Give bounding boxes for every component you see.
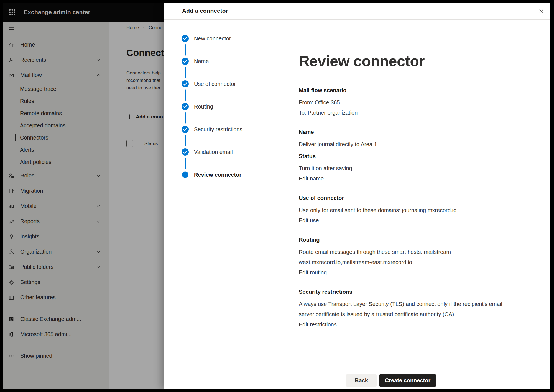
close-icon [538,8,545,14]
step-name[interactable]: Name [181,57,209,65]
create-connector-button[interactable]: Create connector [379,374,436,387]
review-section-use-of-connector: Use of connector [299,193,518,203]
review-section-status: Status [299,151,518,161]
step-check-icon [181,35,189,42]
edit-routing-link[interactable]: Edit routing [299,267,518,278]
step-check-icon [181,80,189,88]
review-section-routing: Routing [299,235,518,245]
step-label: Use of connector [194,81,236,87]
review-section-name: Name [299,127,518,137]
review-section-mail-flow-scenario: Mail flow scenario [299,85,518,96]
review-content: Review connector Mail flow scenarioFrom:… [280,19,550,368]
edit-name-link[interactable]: Edit name [299,174,518,184]
step-check-icon [181,148,189,156]
step-current-dot-icon [181,171,189,179]
add-connector-panel: Add a connector New connectorNameUse of … [164,3,550,389]
edit-restrictions-link[interactable]: Edit restrictions [299,319,518,330]
step-connector-line [185,89,186,101]
step-label: Routing [194,104,213,110]
back-button[interactable]: Back [346,374,377,387]
step-label: Name [194,58,209,65]
review-text: Deliver journal directly to Area 1 [299,139,518,149]
review-text: Always use Transport Layer Security (TLS… [299,299,518,319]
step-review-connector[interactable]: Review connector [181,171,241,179]
review-text: Turn it on after saving [299,163,518,174]
step-connector-line [185,158,186,169]
review-heading: Review connector [299,52,518,70]
review-text: Use only for email sent to these domains… [299,205,518,215]
step-label: Security restrictions [194,126,242,133]
step-connector-line [185,67,186,78]
panel-title: Add a connector [182,7,228,14]
review-text: To: Partner organization [299,108,518,118]
step-connector-line [185,112,186,124]
step-use-of-connector[interactable]: Use of connector [181,80,236,88]
review-text: Route email messages through these smart… [299,247,518,267]
panel-header: Add a connector [164,3,550,20]
step-check-icon [181,103,189,110]
step-connector-line [185,135,186,146]
step-new-connector[interactable]: New connector [181,35,231,42]
close-button[interactable] [535,5,547,17]
step-validation-email[interactable]: Validation email [181,148,233,156]
screen: Exchange admin center HomeRecipientsMail… [3,3,550,389]
step-label: New connector [194,35,231,42]
step-routing[interactable]: Routing [181,103,213,110]
step-label: Validation email [194,149,233,155]
step-label: Review connector [194,172,241,178]
step-check-icon [181,57,189,65]
step-connector-line [185,44,186,56]
panel-footer: Back Create connector [164,368,550,389]
step-security-restrictions[interactable]: Security restrictions [181,125,242,133]
wizard-stepper: New connectorNameUse of connectorRouting… [164,19,280,368]
review-text: From: Office 365 [299,97,518,108]
review-section-security-restrictions: Security restrictions [299,287,518,297]
edit-use-link[interactable]: Edit use [299,215,518,226]
step-check-icon [181,125,189,133]
